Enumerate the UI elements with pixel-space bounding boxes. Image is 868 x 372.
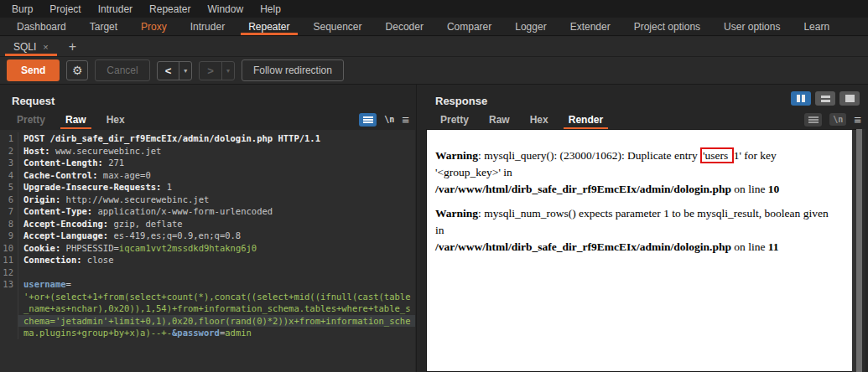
response-render-view: Warning: mysqli_query(): (23000/1062): D… <box>426 129 852 372</box>
line-number: 4 <box>0 169 18 182</box>
line-number: 10 <box>0 242 18 255</box>
main-tab-user-options[interactable]: User options <box>712 18 792 35</box>
message-editor-panels: Request PrettyRawHex \n ≡ 1POST /dirb_sa… <box>0 85 868 372</box>
line-content <box>18 266 415 279</box>
line-number: 8 <box>0 218 18 230</box>
request-tab-raw[interactable]: Raw <box>55 110 96 129</box>
line-content: Accept-Language: es-419,es;q=0.9,en;q=0.… <box>18 230 415 242</box>
request-tab-pretty[interactable]: Pretty <box>7 110 55 129</box>
php-warning-text: Warning: mysqli_num_rows() expects param… <box>435 205 835 256</box>
send-button[interactable]: Send <box>7 59 60 81</box>
layout-columns-icon[interactable] <box>791 91 811 106</box>
response-panel: Response PrettyRawHexRender \n ≡ <box>424 85 868 372</box>
menu-project[interactable]: Project <box>41 3 89 15</box>
request-editor-line: 8Accept-Encoding: gzip, deflate <box>0 218 415 230</box>
line-content: chema='jetadmin'+limit+0,1),0x20,floor(r… <box>18 315 415 328</box>
request-editor-line: 10Cookie: PHPSESSID=iqcam1vvt2mssdkd9hta… <box>0 242 415 255</box>
main-tab-target[interactable]: Target <box>78 18 129 35</box>
main-tab-comparer[interactable]: Comparer <box>435 18 503 35</box>
menu-repeater[interactable]: Repeater <box>141 3 199 15</box>
line-number <box>0 302 18 315</box>
request-editor-line: 11Connection: close <box>0 254 415 266</box>
line-content: Cookie: PHPSESSID=iqcam1vvt2mssdkd9htakn… <box>18 242 415 255</box>
request-editor-line: 5Upgrade-Insecure-Requests: 1 <box>0 181 415 194</box>
word-wrap-icon[interactable] <box>804 113 822 127</box>
menu-window[interactable]: Window <box>199 3 252 15</box>
add-tab-button[interactable]: + <box>59 37 86 56</box>
main-tab-intruder[interactable]: Intruder <box>179 18 236 35</box>
main-tab-project-options[interactable]: Project options <box>622 18 712 35</box>
request-editor-line: 7Content-Type: application/x-www-form-ur… <box>0 205 415 218</box>
repeater-tab-label: SQLI <box>13 41 36 53</box>
show-newlines-icon[interactable]: \n <box>384 115 394 124</box>
follow-redirection-button[interactable]: Follow redirection <box>242 59 344 81</box>
main-tab-logger[interactable]: Logger <box>503 18 558 35</box>
response-tab-render[interactable]: Render <box>559 110 613 129</box>
request-editor-line: 6Origin: http://www.securewebinc.jet <box>0 194 415 206</box>
forward-history-button[interactable]: > ▾ <box>199 61 235 80</box>
menu-intruder[interactable]: Intruder <box>90 3 141 15</box>
request-editor-line: _name+as+nchar),0x20)),1,54)+from+inform… <box>0 302 415 315</box>
main-tab-sequencer[interactable]: Sequencer <box>302 18 374 35</box>
request-editor-line: 9Accept-Language: es-419,es;q=0.9,en;q=0… <box>0 230 415 242</box>
line-content: ma.plugins+group+by+x)a)--+-&password=ad… <box>18 327 415 339</box>
line-content: Content-Type: application/x-www-form-url… <box>18 205 415 218</box>
window-edge <box>862 129 865 372</box>
line-content: _name+as+nchar),0x20)),1,54)+from+inform… <box>18 302 415 315</box>
line-number: 1 <box>0 132 18 145</box>
repeater-tab-bar: SQLI × + <box>0 37 868 57</box>
line-content: Content-Length: 271 <box>18 157 415 169</box>
response-view-tabs: PrettyRawHexRender \n ≡ <box>430 110 861 129</box>
main-tab-extender[interactable]: Extender <box>559 18 622 35</box>
line-content: Connection: close <box>18 254 415 266</box>
main-tab-learn[interactable]: Learn <box>792 18 841 35</box>
menu-burp[interactable]: Burp <box>3 3 41 15</box>
cancel-button[interactable]: Cancel <box>95 59 149 81</box>
forward-arrow-icon[interactable]: > <box>200 62 222 80</box>
line-content: Accept-Encoding: gzip, deflate <box>18 218 415 230</box>
response-tab-raw[interactable]: Raw <box>479 110 520 129</box>
main-tab-dashboard[interactable]: Dashboard <box>5 18 78 35</box>
repeater-toolbar: Send ⚙ Cancel < ▾ > ▾ Follow redirection <box>0 57 868 85</box>
forward-dropdown-icon[interactable]: ▾ <box>222 62 234 80</box>
back-history-button[interactable]: < ▾ <box>157 61 193 80</box>
send-settings-button[interactable]: ⚙ <box>66 60 88 80</box>
request-editor[interactable]: 1POST /dirb_safe_dir_rf9EmcEIx/admin/dol… <box>0 130 415 372</box>
main-tab-repeater[interactable]: Repeater <box>236 18 301 35</box>
close-tab-icon[interactable]: × <box>43 42 48 52</box>
main-tab-decoder[interactable]: Decoder <box>374 18 435 35</box>
gear-icon: ⚙ <box>72 64 83 77</box>
panel-divider[interactable] <box>417 85 424 372</box>
request-editor-line: 2Host: www.securewebinc.jet <box>0 145 415 158</box>
line-number: 2 <box>0 145 18 158</box>
line-number: 9 <box>0 230 18 242</box>
editor-menu-icon[interactable]: ≡ <box>402 113 409 126</box>
repeater-tab-sqli[interactable]: SQLI × <box>3 37 59 56</box>
request-editor-line: 13username= <box>0 278 415 291</box>
menu-help[interactable]: Help <box>252 3 289 15</box>
response-tab-hex[interactable]: Hex <box>520 110 559 129</box>
word-wrap-icon[interactable] <box>359 113 377 127</box>
show-newlines-icon[interactable]: \n <box>829 113 846 126</box>
php-warning-text: Warning: mysqli_query(): (23000/1062): D… <box>435 147 835 198</box>
request-editor-line: 3Content-Length: 271 <box>0 157 415 169</box>
red-annotation-box: 'users <box>700 147 734 163</box>
line-content: POST /dirb_safe_dir_rf9EmcEIx/admin/dolo… <box>18 132 415 145</box>
response-tab-pretty[interactable]: Pretty <box>430 110 479 129</box>
back-dropdown-icon[interactable]: ▾ <box>179 62 191 80</box>
editor-menu-icon[interactable]: ≡ <box>854 113 861 126</box>
line-number: 7 <box>0 205 18 218</box>
layout-rows-icon[interactable] <box>815 91 835 106</box>
request-editor-line: '+or+(select+1+from(select+count(*),conc… <box>0 291 415 303</box>
main-tab-proxy[interactable]: Proxy <box>129 18 179 35</box>
menu-bar: BurpProjectIntruderRepeaterWindowHelp <box>0 0 868 18</box>
request-tab-hex[interactable]: Hex <box>96 110 135 129</box>
request-editor-line: 4Cache-Control: max-age=0 <box>0 169 415 182</box>
request-panel: Request PrettyRawHex \n ≡ 1POST /dirb_sa… <box>0 85 417 372</box>
response-scrollbar[interactable] <box>856 129 862 372</box>
line-content: Host: www.securewebinc.jet <box>18 145 415 158</box>
main-tab-bar: DashboardTargetProxyIntruderRepeaterSequ… <box>0 18 868 36</box>
line-number <box>0 327 18 339</box>
layout-single-icon[interactable] <box>839 91 860 106</box>
back-arrow-icon[interactable]: < <box>158 62 180 80</box>
